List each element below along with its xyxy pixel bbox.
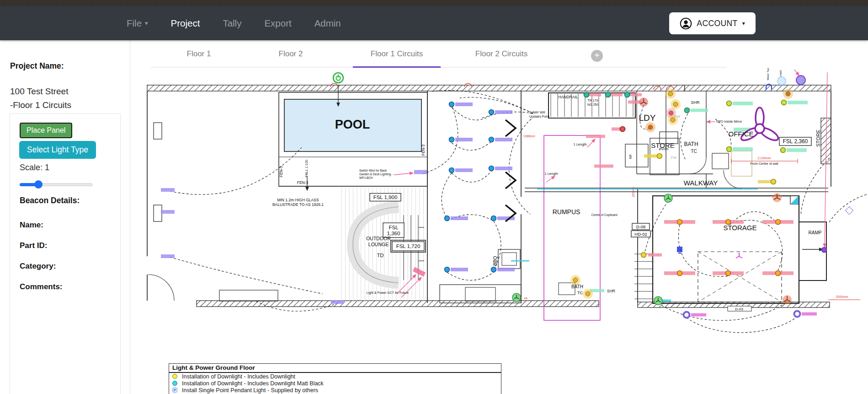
tab-floor-2-circuits[interactable]: Floor 2 Circuits (467, 40, 536, 68)
plan-label: FW (675, 114, 681, 119)
tab-floor-2[interactable]: Floor 2 (263, 40, 318, 68)
plan-label: From Centre of wall (750, 162, 778, 165)
plan-label: 2 WAY Wifi (529, 111, 545, 114)
downlight[interactable] (449, 168, 454, 173)
downlight[interactable] (657, 154, 662, 159)
downlight[interactable] (489, 166, 494, 171)
downlight[interactable] (668, 92, 673, 96)
downlight[interactable] (489, 110, 494, 115)
downlight[interactable] (727, 147, 732, 152)
floorplan-canvas[interactable]: FSL 1,900FSL1,360FSL 1,720FSL 2,360D-08H… (130, 68, 868, 394)
plan-label: TC (691, 149, 697, 154)
downlight[interactable] (573, 278, 578, 282)
caret-down-icon: ▾ (145, 20, 148, 26)
floor-tabs: Floor 1 Floor 2 Floor 1 Circuits Floor 2… (130, 40, 868, 68)
plan-legend: Light & Power Ground Floor Installation … (169, 363, 501, 394)
hws-symbol[interactable] (777, 77, 786, 85)
account-button[interactable]: ACCOUNT ▾ (669, 12, 756, 34)
arrow (546, 176, 555, 182)
plan-label: FEN-3 (279, 166, 283, 177)
scale-slider[interactable] (20, 180, 93, 189)
slider-thumb[interactable] (34, 180, 43, 189)
menu-project[interactable]: Project (171, 18, 200, 29)
caret-down-icon: ▾ (742, 20, 745, 27)
downlight[interactable] (489, 137, 494, 142)
downlight[interactable] (620, 127, 625, 132)
plan-label: FEN-3 (297, 180, 309, 185)
plan-label: RAMP (809, 230, 822, 235)
downlight[interactable] (677, 220, 682, 225)
detector-symbol[interactable] (846, 207, 853, 215)
downlight[interactable] (445, 267, 450, 272)
plan-label: BATH (571, 284, 583, 289)
downlight[interactable] (625, 92, 630, 97)
plan-label: 200mm (632, 187, 635, 197)
downlight[interactable] (776, 271, 781, 276)
add-tab-button[interactable]: + (591, 50, 603, 62)
plan-label: RF (628, 154, 633, 159)
plan-label: GPO Inside Mirror (716, 120, 742, 123)
menu-file-label: File (127, 18, 142, 29)
menu-export[interactable]: Export (264, 18, 291, 29)
downlight-cyan-icon (172, 381, 177, 386)
circuit-wire (447, 272, 494, 281)
downlight[interactable] (491, 216, 496, 221)
power-icon[interactable] (333, 73, 343, 83)
plan-label: SHR (607, 289, 615, 293)
control-box[interactable] (677, 247, 682, 252)
downlight[interactable] (445, 216, 450, 221)
downlight[interactable] (822, 248, 827, 253)
downlight[interactable] (606, 92, 611, 97)
pendant-light-icon: P (172, 388, 177, 393)
circuit-wire (681, 113, 688, 160)
downlight[interactable] (726, 271, 731, 276)
downlight[interactable] (786, 92, 790, 96)
downlight[interactable] (491, 267, 496, 272)
downlight[interactable] (449, 102, 454, 107)
downlight[interactable] (669, 111, 673, 115)
plan-label: OUTDOOR (366, 236, 391, 241)
menu-admin[interactable]: Admin (314, 18, 341, 29)
downlight[interactable] (685, 108, 690, 113)
downlight[interactable] (771, 179, 776, 184)
pendant-purple[interactable] (796, 76, 805, 85)
plan-label: BATH (684, 141, 698, 147)
place-panel-button[interactable]: Place Panel (20, 123, 72, 138)
downlight[interactable] (727, 101, 732, 106)
plan-rect (465, 287, 495, 301)
boxed-label-text: FSL (389, 225, 399, 230)
wall-hatched (147, 85, 685, 91)
downlight[interactable] (584, 92, 589, 97)
tab-floor-1[interactable]: Floor 1 (171, 40, 226, 68)
downlight[interactable] (673, 102, 678, 107)
led-strip[interactable] (414, 269, 425, 275)
select-light-type-button[interactable]: Select Light Type (19, 141, 96, 159)
uplight[interactable] (684, 312, 690, 318)
uplight[interactable] (794, 311, 800, 317)
plan-label: 2,100mm (757, 157, 771, 160)
door-swing (148, 275, 174, 301)
downlight[interactable] (641, 253, 646, 258)
downlight[interactable] (648, 125, 653, 130)
downlight[interactable] (586, 291, 590, 296)
plan-label: LOUNGE (368, 242, 389, 247)
menu-tally[interactable]: Tally (223, 18, 241, 29)
plan-label: MIN 1.2m HIGH GLASS (277, 198, 319, 202)
boxed-label-text: FSL 1,900 (373, 194, 398, 200)
downlight[interactable] (776, 220, 781, 225)
plan-label: BALUSTRADE TO AS 1926.1 (272, 202, 324, 207)
plan-label: FEN-3 (421, 144, 426, 156)
beacon-comments-label: Comments: (20, 282, 63, 291)
plan-rect (498, 249, 520, 269)
downlight[interactable] (781, 148, 786, 153)
plan-label: NG 250 (587, 103, 598, 106)
menu-file[interactable]: File ▾ (127, 18, 148, 29)
downlight[interactable] (449, 137, 454, 142)
downlight[interactable] (782, 100, 787, 105)
ceiling-fan[interactable] (755, 124, 764, 133)
plan-label: FALL 1:100 (304, 160, 309, 177)
tab-floor-1-circuits[interactable]: Floor 1 Circuits (353, 40, 441, 68)
downlight[interactable] (677, 271, 682, 276)
section-marker (506, 120, 516, 136)
scale-label: Scale: 1 (20, 163, 49, 173)
